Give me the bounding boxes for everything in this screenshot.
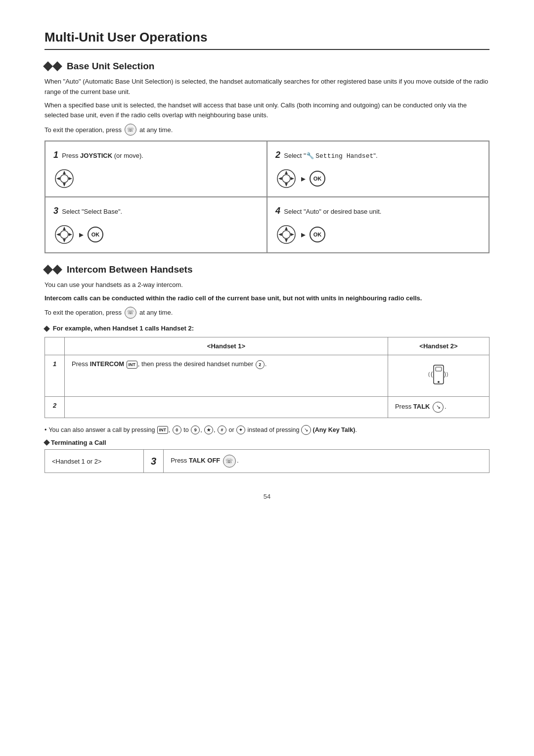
terminate-handset-label: <Handset 1 or 2> xyxy=(45,450,144,473)
svg-marker-23 xyxy=(291,233,294,236)
svg-point-1 xyxy=(60,175,68,183)
terminate-row: <Handset 1 or 2> 3 Press TALK OFF ☏. xyxy=(45,450,490,473)
svg-marker-21 xyxy=(285,239,288,242)
intercom-row-2: 2 Press TALK ↘. xyxy=(45,396,490,418)
page-title: Multi-Unit User Operations xyxy=(44,30,490,50)
terminating-title: Terminating a Call xyxy=(44,439,490,446)
svg-point-13 xyxy=(60,231,68,238)
step1-icons xyxy=(53,168,75,189)
svg-marker-11 xyxy=(291,177,294,180)
joystick3-svg xyxy=(53,224,75,245)
th-empty xyxy=(45,337,65,355)
num2-icon: 2 xyxy=(256,360,265,369)
svg-marker-10 xyxy=(278,177,282,180)
hash-btn: # xyxy=(218,425,226,434)
intercom-row1-h1: Press INTERCOM INT, then press the desir… xyxy=(65,355,388,396)
intercom-section-title: Intercom Between Handsets xyxy=(44,264,490,275)
terminate-table: <Handset 1 or 2> 3 Press TALK OFF ☏. xyxy=(44,449,490,473)
talk-off-icon: ☏ xyxy=(223,455,236,468)
intercom-row2-h2: Press TALK ↘. xyxy=(388,396,489,418)
intercom-row2-h1 xyxy=(65,396,388,418)
step2-icons: ▸ OK xyxy=(275,168,325,189)
intercom-exit-note: To exit the operation, press ☏ at any ti… xyxy=(44,307,490,319)
handset-ringing-svg: ( ( ) ) xyxy=(428,360,449,390)
svg-marker-20 xyxy=(285,227,288,230)
joystick-svg xyxy=(53,168,75,189)
talk-icon: ↘ xyxy=(433,402,444,413)
svg-marker-9 xyxy=(285,183,288,187)
nine-btn: 9 xyxy=(191,425,200,434)
step-num-2: 2 xyxy=(45,396,65,418)
svg-point-28 xyxy=(438,381,440,383)
svg-marker-4 xyxy=(56,177,60,180)
svg-marker-8 xyxy=(285,171,288,174)
small-diamond-icon xyxy=(44,439,50,446)
base-unit-body2: When a specified base unit is selected, … xyxy=(44,100,490,121)
intercom-body1: You can use your handsets as a 2-way int… xyxy=(44,280,490,290)
exit-icon: ☏ xyxy=(125,124,136,136)
svg-rect-27 xyxy=(436,367,442,371)
intercom-row1-h2: ( ( ) ) xyxy=(388,355,489,396)
step-cell-3: 3 Select "Select Base". ▸ OK xyxy=(45,197,267,253)
intercom-table: <Handset 1> <Handset 2> 1 Press INTERCOM… xyxy=(44,337,490,418)
talk-btn: ↘ xyxy=(301,425,311,435)
base-unit-section-title: Base Unit Selection xyxy=(44,61,490,72)
svg-text:(: ( xyxy=(431,371,433,378)
ok-button-icon2: OK xyxy=(88,227,103,242)
int-btn2: INT xyxy=(157,426,168,434)
bullet-note: • You can also answer a call by pressing… xyxy=(44,425,490,435)
terminate-step-num: 3 xyxy=(144,450,164,473)
ok-button-icon: OK xyxy=(310,171,325,187)
diamond-icon-pair2 xyxy=(44,266,62,273)
step-num-1: 1 xyxy=(45,355,65,396)
star-btn: ★ xyxy=(204,425,213,434)
svg-point-19 xyxy=(282,231,290,238)
step-cell-4: 4 Select "Auto" or desired base unit. ▸ … xyxy=(267,197,489,253)
joystick2-svg xyxy=(275,168,297,189)
arrow-icon3: ▸ xyxy=(301,229,306,240)
joystick4-svg xyxy=(275,224,297,245)
int-button: INT xyxy=(127,361,137,369)
exit-icon2: ☏ xyxy=(125,307,136,319)
diamond-icon-pair xyxy=(44,63,62,70)
svg-text:(: ( xyxy=(428,372,430,377)
terminate-instruction: Press TALK OFF ☏. xyxy=(164,450,490,473)
svg-marker-22 xyxy=(278,233,282,236)
base-unit-exit-note: To exit the operation, press ☏ at any ti… xyxy=(44,124,490,136)
arrow-icon: ▸ xyxy=(301,173,306,184)
svg-marker-16 xyxy=(56,233,60,236)
intercom-row-1: 1 Press INTERCOM INT, then press the des… xyxy=(45,355,490,396)
svg-text:): ) xyxy=(446,372,448,377)
step3-icons: ▸ OK xyxy=(53,224,103,245)
extra-btn: ✦ xyxy=(236,425,245,434)
svg-point-7 xyxy=(282,175,290,183)
svg-marker-3 xyxy=(63,183,66,187)
svg-marker-5 xyxy=(69,177,72,180)
th-handset1: <Handset 1> xyxy=(65,337,388,355)
step-cell-1: 1 Press JOYSTICK (or move). xyxy=(45,141,267,197)
th-handset2: <Handset 2> xyxy=(388,337,489,355)
intercom-body2: Intercom calls can be conducted within t… xyxy=(44,293,490,304)
svg-marker-2 xyxy=(63,171,66,174)
intercom-example-title: For example, when Handset 1 calls Handse… xyxy=(44,324,490,334)
page-number: 54 xyxy=(44,493,490,500)
step-cell-2: 2 Select "🔧 Setting Handset". ▸ OK xyxy=(267,141,489,197)
base-unit-step-grid: 1 Press JOYSTICK (or move). 2 Select "🔧 … xyxy=(44,141,490,253)
svg-marker-14 xyxy=(63,227,66,230)
base-unit-body1: When "Auto" (Automatic Base Unit Selecti… xyxy=(44,77,490,97)
arrow-icon2: ▸ xyxy=(79,229,84,240)
ok-button-icon3: OK xyxy=(310,227,325,242)
zero-btn: 0 xyxy=(173,425,181,434)
svg-marker-15 xyxy=(63,239,66,242)
step4-icons: ▸ OK xyxy=(275,224,325,245)
svg-marker-17 xyxy=(69,233,72,236)
svg-text:): ) xyxy=(444,371,446,378)
